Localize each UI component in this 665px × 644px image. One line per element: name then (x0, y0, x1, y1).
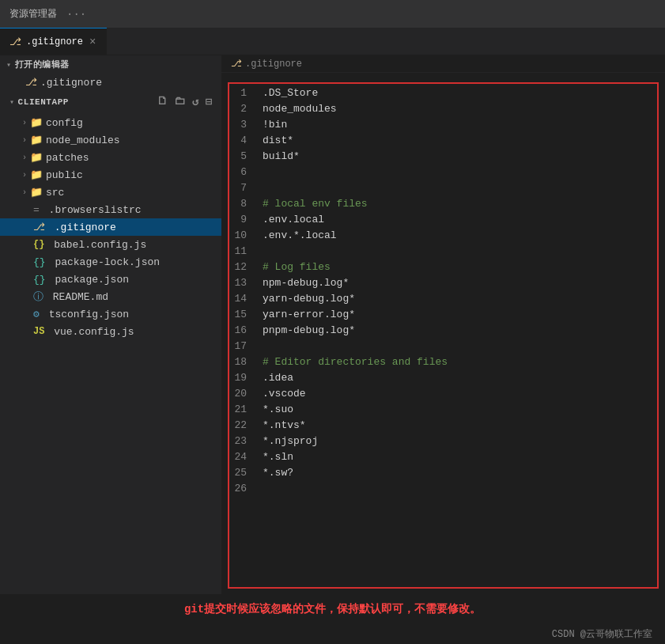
explorer-section[interactable]: ▾ CLIENTAPP 🗋 🗀 ↺ ⊟ (0, 91, 221, 112)
line-content-8: # local env files (259, 198, 368, 210)
file-package-lock[interactable]: {} package-lock.json (0, 253, 221, 271)
file-tsconfig[interactable]: ⚙ tsconfig.json (0, 305, 221, 323)
tab-label: .gitignore (26, 36, 83, 47)
folder-config-label: config (46, 117, 83, 129)
explorer-action-icons: 🗋 🗀 ↺ ⊟ (154, 94, 215, 109)
line-number-10: 10 (229, 229, 259, 241)
tab-git-icon: ⎇ (9, 36, 21, 48)
code-line-24: 24*.sln (229, 451, 657, 467)
line-content-3: !bin (259, 119, 287, 131)
chevron-right-icon-public: › (22, 171, 27, 180)
line-content-4: dist* (259, 134, 293, 146)
folder-src-icon: 📁 (30, 186, 43, 199)
code-line-11: 11 (229, 245, 657, 261)
refresh-icon[interactable]: ↺ (190, 94, 202, 109)
code-line-1: 1.DS_Store (229, 87, 657, 103)
new-file-icon[interactable]: 🗋 (154, 94, 171, 109)
tab-bar: ⎇ .gitignore × (0, 28, 665, 55)
new-folder-icon[interactable]: 🗀 (172, 94, 188, 109)
folder-public-label: public (46, 169, 83, 181)
gitignore-icon: ⎇ (33, 221, 45, 233)
chevron-right-icon: › (22, 119, 27, 127)
pkg-lock-icon: {} (33, 256, 46, 268)
line-number-26: 26 (229, 483, 259, 494)
babel-label: babel.config.js (47, 239, 146, 251)
line-number-25: 25 (229, 467, 259, 479)
line-number-14: 14 (229, 293, 259, 305)
folder-src-label: src (46, 187, 64, 199)
code-line-20: 20.vscode (229, 388, 657, 403)
line-number-13: 13 (229, 277, 259, 289)
code-line-18: 18# Editor directories and files (229, 356, 657, 372)
line-number-16: 16 (229, 324, 259, 336)
bottom-annotation: git提交时候应该忽略的文件，保持默认即可，不需要修改。 (0, 594, 665, 624)
line-content-18: # Editor directories and files (259, 356, 448, 368)
folder-public[interactable]: › 📁 public (0, 166, 221, 184)
line-number-20: 20 (229, 388, 259, 400)
line-content-23: *.njsproj (259, 435, 318, 447)
folder-nm-label: node_modules (46, 134, 120, 146)
line-number-7: 7 (229, 182, 259, 194)
chevron-down-icon: ▾ (6, 60, 12, 70)
open-file-gitignore[interactable]: ⎇ .gitignore (0, 74, 221, 91)
browserslistrc-label: .browserslistrc (43, 204, 142, 216)
line-number-6: 6 (229, 166, 259, 178)
breadcrumb-git-icon: ⎇ (231, 58, 242, 70)
line-number-12: 12 (229, 261, 259, 273)
code-line-16: 16pnpm-debug.log* (229, 324, 657, 340)
code-line-7: 7 (229, 182, 657, 198)
folder-config[interactable]: › 📁 config (0, 114, 221, 131)
file-package-json[interactable]: {} package.json (0, 271, 221, 288)
code-line-10: 10.env.*.local (229, 229, 657, 245)
code-line-12: 12# Log files (229, 261, 657, 277)
line-number-24: 24 (229, 451, 259, 463)
file-tree: › 📁 config › 📁 node_modules › 📁 patches … (0, 112, 221, 594)
open-file-name: .gitignore (40, 77, 102, 89)
line-content-2: node_modules (259, 103, 337, 115)
code-line-26: 26 (229, 483, 657, 498)
readme-label: README.md (47, 291, 108, 303)
tab-close-icon[interactable]: × (88, 36, 97, 48)
top-bar-dots[interactable]: ··· (66, 8, 86, 21)
line-number-15: 15 (229, 309, 259, 320)
file-readme[interactable]: ⓘ README.md (0, 288, 221, 305)
code-line-22: 22*.ntvs* (229, 419, 657, 435)
line-content-22: *.ntvs* (259, 419, 306, 431)
line-number-3: 3 (229, 119, 259, 131)
editor-area: ⎇ .gitignore 1.DS_Store2node_modules3!bi… (221, 55, 665, 594)
folder-node-modules[interactable]: › 📁 node_modules (0, 131, 221, 149)
chevron-right-icon-patches: › (22, 153, 27, 162)
line-content-10: .env.*.local (259, 229, 337, 241)
tab-gitignore[interactable]: ⎇ .gitignore × (0, 28, 107, 55)
folder-config-icon: 📁 (30, 116, 43, 129)
code-editor[interactable]: 1.DS_Store2node_modules3!bin4dist*5build… (221, 73, 665, 594)
code-line-23: 23*.njsproj (229, 435, 657, 451)
file-babel-config[interactable]: {} babel.config.js (0, 236, 221, 253)
folder-src[interactable]: › 📁 src (0, 184, 221, 201)
folder-patches-label: patches (46, 152, 89, 164)
folder-patches[interactable]: › 📁 patches (0, 149, 221, 166)
folder-patches-icon: 📁 (30, 151, 43, 164)
code-line-14: 14yarn-debug.log* (229, 293, 657, 309)
line-content-19: .idea (259, 372, 293, 384)
line-number-18: 18 (229, 356, 259, 368)
babel-icon: {} (33, 239, 44, 250)
code-content: 1.DS_Store2node_modules3!bin4dist*5build… (228, 82, 659, 589)
file-browserslistrc[interactable]: = .browserslistrc (0, 201, 221, 218)
folder-public-icon: 📁 (30, 169, 43, 181)
code-line-19: 19.idea (229, 372, 657, 388)
collapse-icon[interactable]: ⊟ (203, 94, 215, 109)
explorer-label: CLIENTAPP (18, 97, 69, 107)
code-line-15: 15yarn-error.log* (229, 309, 657, 324)
breadcrumb-text: .gitignore (245, 59, 302, 70)
open-file-git-icon: ⎇ (25, 76, 37, 89)
open-editors-section[interactable]: ▾ 打开的编辑器 (0, 55, 221, 74)
file-vue-config[interactable]: JS vue.config.js (0, 323, 221, 340)
bottom-branding: CSDN @云哥物联工作室 (0, 624, 665, 644)
line-number-5: 5 (229, 150, 259, 162)
code-line-9: 9.env.local (229, 214, 657, 229)
sidebar: ▾ 打开的编辑器 ⎇ .gitignore ▾ CLIENTAPP 🗋 🗀 ↺ … (0, 55, 221, 594)
file-gitignore[interactable]: ⎇ .gitignore (0, 218, 221, 236)
line-number-17: 17 (229, 340, 259, 352)
line-content-20: .vscode (259, 388, 306, 400)
